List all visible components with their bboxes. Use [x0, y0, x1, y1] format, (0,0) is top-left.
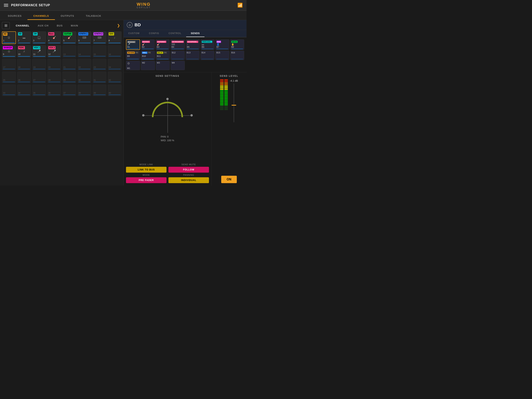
bus-cell-B9[interactable]: REVERB FX B9 — [126, 51, 140, 60]
wifi-icon: 📶 — [237, 3, 243, 8]
channel-cell-8[interactable]: SAX ♪ 8 — [108, 31, 122, 44]
channel-cell-17[interactable]: 17 — [2, 59, 16, 70]
on-button[interactable]: ON — [221, 176, 237, 183]
individual-button[interactable]: INDIVIDUAL — [168, 177, 209, 183]
bus-cell-B14[interactable]: B14 — [200, 51, 214, 60]
channel-cell-12[interactable]: VOX 2 🎤 12 — [47, 45, 61, 58]
bus-id-M4: M4 — [172, 62, 184, 64]
bus-cell-B16[interactable]: B16 — [230, 51, 244, 60]
channel-cell-16[interactable]: 16 — [108, 45, 122, 58]
bus-id-B6: B6 — [202, 46, 213, 48]
bus-cell-B4[interactable]: KEYBOARDER ⌨ B4 — [170, 39, 185, 50]
channel-cell-36[interactable]: 36 — [47, 84, 61, 96]
fader-track[interactable] — [234, 83, 234, 122]
bus-cell-B12[interactable]: B12 — [171, 51, 185, 60]
channel-cell-18[interactable]: 18 — [17, 59, 31, 70]
channel-cell-33[interactable]: 33 — [2, 84, 16, 96]
bus-cell-M4[interactable]: M4 — [171, 61, 185, 70]
channel-cell-25[interactable]: 25 — [2, 71, 16, 83]
bus-id-M1: M1 — [127, 67, 139, 69]
channel-cell-11[interactable]: VOX 1 🎤 11 — [32, 45, 46, 58]
channel-icon-2: ▬ — [18, 36, 30, 39]
bus-cell-B2[interactable]: BASSIST 🎸 B2 — [141, 39, 155, 50]
channel-cell-6[interactable]: SYNTH 1 ⌨ 6 — [77, 31, 92, 44]
bus-cell-B3[interactable]: GUITARIST 🎸 B3 — [156, 39, 170, 50]
mixer-icon[interactable]: ⊞ — [2, 22, 10, 29]
channel-cell-28[interactable]: 28 — [47, 71, 61, 83]
channel-cell-34[interactable]: 34 — [17, 84, 31, 96]
channel-cell-32[interactable]: 32 — [108, 71, 122, 83]
fader-section: -4.1 dB — [230, 79, 238, 122]
panner-container[interactable]: PAN: 0 WID: 100 % — [126, 79, 209, 161]
bus-cell-B15[interactable]: B15 — [215, 51, 229, 60]
bus-cell-B8[interactable]: MICHA ✋ B8 — [230, 39, 244, 50]
bus-cell-B13[interactable]: B13 — [186, 51, 200, 60]
bus-cell-B11[interactable]: DELAY FX B11 — [156, 51, 170, 60]
channel-cell-5[interactable]: GUITAR 🎸 5 — [62, 31, 76, 44]
follow-button[interactable]: FOLLOW — [168, 167, 209, 173]
channel-cell-38[interactable]: 38 — [77, 84, 92, 96]
channel-cell-26[interactable]: 26 — [17, 71, 31, 83]
channel-cell-29[interactable]: 29 — [62, 71, 76, 83]
channel-cell-24[interactable]: 24 — [108, 59, 122, 70]
send-mute-label: SEND MUTE — [182, 163, 196, 166]
bus-cell-M3[interactable]: M3 — [156, 61, 170, 70]
tab-talkback[interactable]: TALKBACK — [80, 13, 107, 20]
tab-sends[interactable]: SENDS — [186, 30, 204, 37]
channel-cell-1[interactable]: BD Ω 1 — [2, 31, 16, 44]
channel-cell-40[interactable]: 40 — [108, 84, 122, 96]
channel-cell-10[interactable]: PERC ♬ 10 — [17, 45, 31, 58]
channel-bar-6 — [78, 43, 90, 43]
right-panel: ◎ BD CUSTOM CONFIG CONTROL SENDS Drummer… — [124, 20, 247, 186]
sub-tab-arrow[interactable]: ❯ — [115, 23, 121, 28]
channel-cell-7[interactable]: SYNTH 2 ⌨ 7 — [93, 31, 107, 44]
channel-cell-19[interactable]: 19 — [32, 59, 46, 70]
tab-sources[interactable]: SOURCES — [2, 13, 27, 20]
bus-cell-B10[interactable]: HALL FX B10 — [141, 51, 155, 60]
channel-cell-30[interactable]: 30 — [77, 71, 92, 83]
sub-tab-bus[interactable]: BUS — [53, 22, 67, 29]
channel-cell-3[interactable]: OH 🎧 3 — [32, 31, 46, 44]
bus-label-B10: HALL — [142, 52, 147, 54]
pre-fader-button[interactable]: PRE FADER — [126, 177, 166, 183]
bus-cell-B1[interactable]: Drummer 🎤 B1 — [126, 39, 140, 50]
channel-cell-37[interactable]: 37 — [62, 84, 76, 96]
channel-cell-22[interactable]: 22 — [77, 59, 92, 70]
bus-fx-B10: FX — [148, 51, 151, 54]
tab-control[interactable]: CONTROL — [164, 30, 186, 37]
link-to-bus-button[interactable]: LINK TO BUS — [126, 167, 166, 173]
bus-cell-M2[interactable]: M2 — [141, 61, 155, 70]
channel-cell-4[interactable]: Bass 🎸 4 — [47, 31, 61, 44]
channel-number-1: 1 — [3, 39, 4, 42]
bus-cell-B7[interactable]: PATI 👤 B7 — [215, 39, 229, 50]
channel-cell-20[interactable]: 20 — [47, 59, 61, 70]
tab-outputs[interactable]: OUTPUTS — [55, 13, 80, 20]
channel-cell-2[interactable]: SD ▬ 2 — [17, 31, 31, 44]
channel-cell-39[interactable]: 39 — [93, 84, 107, 96]
meters-and-fader: -4.1 dB — [220, 79, 238, 174]
send-settings-panel: SEND SETTINGS PAN: 0 WID: 100 % — [124, 72, 211, 186]
tab-config[interactable]: CONFIG — [144, 30, 164, 37]
channel-cell-27[interactable]: 27 — [32, 71, 46, 83]
channel-cell-15[interactable]: 15 — [93, 45, 107, 58]
channel-cell-35[interactable]: 35 — [32, 84, 46, 96]
bus-fx-B11: FX — [164, 51, 167, 54]
sub-tab-auxch[interactable]: AUX CH — [34, 22, 53, 29]
sub-tab-main[interactable]: MAIN — [67, 22, 82, 29]
panner-dot-right — [190, 114, 193, 116]
channel-cell-14[interactable]: 14 — [77, 45, 92, 58]
channel-cell-13[interactable]: 13 — [62, 45, 76, 58]
channel-cell-23[interactable]: 23 — [93, 59, 107, 70]
bus-cell-B6[interactable]: PERCUSSI... ▬ B6 — [201, 39, 215, 50]
hamburger-menu[interactable] — [4, 4, 8, 7]
copilot-sub: COPILOT — [137, 6, 151, 9]
bus-cell-M1[interactable]: ⚙ M1 — [126, 61, 140, 70]
tab-custom[interactable]: CUSTOM — [124, 30, 144, 37]
channel-cell-31[interactable]: 31 — [93, 71, 107, 83]
sub-tab-channel[interactable]: CHANNEL — [12, 22, 34, 29]
channel-cell-21[interactable]: 21 — [62, 59, 76, 70]
channel-cell-9[interactable]: SHAKER ◎ 9 — [2, 45, 16, 58]
tab-channels[interactable]: CHANNELS — [27, 13, 55, 20]
bus-cell-B5[interactable]: SAXOPHON... ♪ B5 — [186, 39, 200, 50]
fader-thumb[interactable] — [232, 105, 236, 106]
